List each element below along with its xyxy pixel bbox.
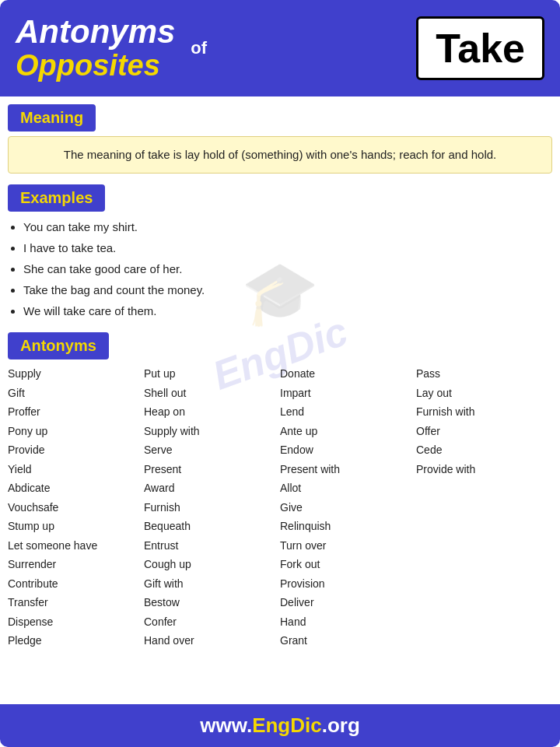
example-item: We will take care of them. (23, 300, 552, 321)
antonym-item: Bestow (144, 593, 280, 612)
antonym-item: Allot (280, 479, 416, 498)
meaning-label-wrapper: Meaning (0, 96, 560, 132)
antonym-item: Contribute (8, 574, 144, 594)
footer: www.EngDic.org (0, 704, 560, 747)
antonyms-grid: SupplyGiftProfferPony upProvideYieldAbdi… (8, 364, 552, 651)
antonyms-label-text: Antonyms (20, 337, 96, 354)
antonym-item: Present (144, 460, 280, 479)
examples-label-text: Examples (20, 189, 93, 206)
footer-accent: EngDic (252, 714, 322, 737)
meaning-label: Meaning (8, 104, 96, 132)
antonym-item: Ante up (280, 422, 416, 441)
header-left: Antonyms Opposites (16, 14, 175, 82)
antonym-item: Abdicate (8, 479, 144, 498)
antonym-item: Endow (280, 440, 416, 460)
antonym-item: Give (280, 498, 416, 517)
example-item: She can take good care of her. (23, 258, 552, 279)
footer-url: www.EngDic.org (200, 714, 360, 737)
antonym-item: Dispense (8, 612, 144, 632)
antonym-item: Confer (144, 612, 280, 632)
antonym-item: Transfer (8, 593, 144, 612)
antonym-item: Entrust (144, 536, 280, 556)
example-item: Take the bag and count the money. (23, 279, 552, 300)
antonyms-label-wrapper: Antonyms (0, 326, 560, 359)
antonym-item: Award (144, 479, 280, 498)
antonym-item: Furnish with (416, 402, 552, 422)
example-item: I have to take tea. (23, 237, 552, 258)
header-antonyms: Antonyms (16, 14, 175, 50)
antonym-item: Provide with (416, 460, 552, 479)
antonym-item: Pledge (8, 631, 144, 651)
antonym-item: Hand over (144, 631, 280, 651)
antonym-item: Vouchsafe (8, 498, 144, 517)
antonym-item: Relinquish (280, 517, 416, 536)
antonym-item: Stump up (8, 517, 144, 536)
examples-label-wrapper: Examples (0, 178, 560, 212)
antonym-item: Let someone have (8, 536, 144, 556)
antonym-item: Pony up (8, 422, 144, 441)
header-opposites: Opposites (16, 50, 175, 82)
antonym-item: Impart (280, 384, 416, 403)
antonym-item: Pass (416, 364, 552, 384)
antonym-item: Fork out (280, 555, 416, 574)
antonym-item: Deliver (280, 593, 416, 612)
antonym-item: Surrender (8, 555, 144, 574)
examples-label: Examples (8, 184, 105, 212)
antonym-item: Supply with (144, 422, 280, 441)
header-of: of (191, 38, 207, 58)
antonym-item: Present with (280, 460, 416, 479)
header-take-box: Take (416, 16, 544, 80)
antonym-item: Serve (144, 440, 280, 460)
antonyms-label: Antonyms (8, 332, 109, 359)
antonym-item: Gift (8, 384, 144, 403)
antonym-item: Furnish (144, 498, 280, 517)
antonym-item: Supply (8, 364, 144, 384)
antonym-item: Turn over (280, 536, 416, 556)
header-section: Antonyms Opposites of Take (0, 0, 560, 96)
antonym-item: Donate (280, 364, 416, 384)
antonym-item: Lend (280, 402, 416, 422)
antonym-item: Yield (8, 460, 144, 479)
antonym-item: Proffer (8, 402, 144, 422)
antonyms-col-4: PassLay outFurnish withOfferCedeProvide … (416, 364, 552, 651)
antonym-item: Cede (416, 440, 552, 460)
footer-url-end: .org (322, 714, 360, 737)
antonym-item: Provision (280, 574, 416, 594)
meaning-label-text: Meaning (20, 109, 83, 126)
antonym-item: Shell out (144, 384, 280, 403)
antonym-item: Grant (280, 631, 416, 651)
antonym-item: Gift with (144, 574, 280, 594)
footer-url-text: www. (200, 714, 252, 737)
antonym-item: Lay out (416, 384, 552, 403)
antonyms-col-3: DonateImpartLendAnte upEndowPresent with… (280, 364, 416, 651)
antonym-item: Cough up (144, 555, 280, 574)
examples-list: You can take my shirt.I have to take tea… (23, 216, 552, 321)
antonym-item: Hand (280, 612, 416, 632)
antonym-item: Put up (144, 364, 280, 384)
antonym-item: Offer (416, 422, 552, 441)
example-item: You can take my shirt. (23, 216, 552, 237)
antonyms-col-1: SupplyGiftProfferPony upProvideYieldAbdi… (8, 364, 144, 651)
meaning-box: The meaning of take is lay hold of (some… (8, 136, 552, 174)
header-take: Take (436, 25, 525, 72)
antonym-item: Provide (8, 440, 144, 460)
antonyms-col-2: Put upShell outHeap onSupply withServePr… (144, 364, 280, 651)
antonym-item: Heap on (144, 402, 280, 422)
antonym-item: Bequeath (144, 517, 280, 536)
